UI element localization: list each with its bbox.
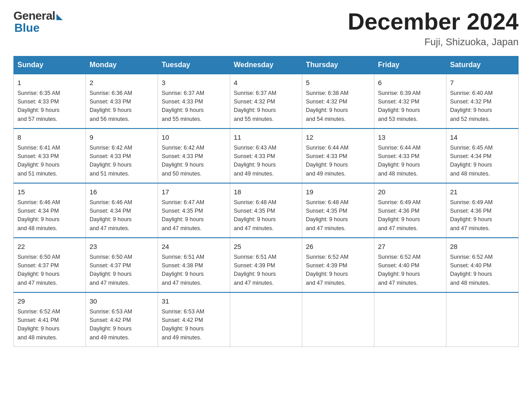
calendar-cell: 17Sunrise: 6:47 AMSunset: 4:35 PMDayligh… (158, 183, 230, 238)
day-number: 28 (450, 242, 515, 252)
calendar-cell: 27Sunrise: 6:52 AMSunset: 4:40 PMDayligh… (374, 238, 446, 292)
calendar-cell: 13Sunrise: 6:44 AMSunset: 4:33 PMDayligh… (374, 128, 446, 183)
day-info: Sunrise: 6:51 AMSunset: 4:39 PMDaylight:… (234, 253, 298, 288)
day-number: 3 (162, 78, 226, 88)
day-number: 26 (306, 242, 370, 252)
calendar-week-row: 15Sunrise: 6:46 AMSunset: 4:34 PMDayligh… (14, 183, 519, 238)
day-info: Sunrise: 6:47 AMSunset: 4:35 PMDaylight:… (162, 198, 226, 233)
day-number: 21 (450, 187, 515, 197)
weekday-header-sunday: Sunday (14, 56, 86, 74)
day-number: 29 (17, 296, 82, 307)
weekday-header-monday: Monday (86, 56, 158, 74)
calendar-week-row: 29Sunrise: 6:52 AMSunset: 4:41 PMDayligh… (14, 292, 519, 347)
day-info: Sunrise: 6:37 AMSunset: 4:33 PMDaylight:… (162, 89, 226, 124)
day-info: Sunrise: 6:37 AMSunset: 4:32 PMDaylight:… (234, 89, 298, 124)
weekday-header-thursday: Thursday (302, 56, 374, 74)
day-info: Sunrise: 6:49 AMSunset: 4:36 PMDaylight:… (450, 198, 515, 233)
day-info: Sunrise: 6:52 AMSunset: 4:40 PMDaylight:… (450, 253, 515, 288)
title-block: December 2024 Fuji, Shizuoka, Japan (348, 9, 519, 48)
day-number: 18 (234, 187, 298, 197)
calendar-cell (302, 292, 374, 347)
logo-triangle-icon (56, 14, 63, 20)
day-info: Sunrise: 6:46 AMSunset: 4:34 PMDaylight:… (90, 198, 154, 233)
calendar-cell: 22Sunrise: 6:50 AMSunset: 4:37 PMDayligh… (14, 238, 86, 292)
calendar-cell: 19Sunrise: 6:48 AMSunset: 4:35 PMDayligh… (302, 183, 374, 238)
day-info: Sunrise: 6:49 AMSunset: 4:36 PMDaylight:… (378, 198, 442, 233)
day-info: Sunrise: 6:44 AMSunset: 4:33 PMDaylight:… (378, 144, 442, 179)
calendar-cell: 8Sunrise: 6:41 AMSunset: 4:33 PMDaylight… (14, 128, 86, 183)
calendar-cell: 4Sunrise: 6:37 AMSunset: 4:32 PMDaylight… (230, 74, 302, 128)
calendar-cell: 1Sunrise: 6:35 AMSunset: 4:33 PMDaylight… (14, 74, 86, 128)
weekday-header-friday: Friday (374, 56, 446, 74)
day-number: 1 (17, 78, 82, 88)
calendar-cell: 5Sunrise: 6:38 AMSunset: 4:32 PMDaylight… (302, 74, 374, 128)
day-info: Sunrise: 6:52 AMSunset: 4:39 PMDaylight:… (306, 253, 370, 288)
day-number: 31 (162, 296, 226, 307)
day-number: 16 (90, 187, 154, 197)
weekday-header-tuesday: Tuesday (158, 56, 230, 74)
calendar-cell (374, 292, 446, 347)
calendar-cell: 11Sunrise: 6:43 AMSunset: 4:33 PMDayligh… (230, 128, 302, 183)
calendar-cell: 3Sunrise: 6:37 AMSunset: 4:33 PMDaylight… (158, 74, 230, 128)
day-info: Sunrise: 6:38 AMSunset: 4:32 PMDaylight:… (306, 89, 370, 124)
day-number: 13 (378, 133, 442, 143)
day-info: Sunrise: 6:46 AMSunset: 4:34 PMDaylight:… (17, 198, 82, 233)
day-number: 4 (234, 78, 298, 88)
day-info: Sunrise: 6:48 AMSunset: 4:35 PMDaylight:… (306, 198, 370, 233)
day-info: Sunrise: 6:53 AMSunset: 4:42 PMDaylight:… (162, 308, 226, 342)
day-number: 14 (450, 133, 515, 143)
month-title: December 2024 (348, 9, 519, 34)
day-number: 22 (17, 242, 82, 252)
logo: General Blue (13, 9, 63, 35)
calendar-cell: 7Sunrise: 6:40 AMSunset: 4:32 PMDaylight… (446, 74, 519, 128)
day-number: 23 (90, 242, 154, 252)
calendar-cell: 25Sunrise: 6:51 AMSunset: 4:39 PMDayligh… (230, 238, 302, 292)
day-info: Sunrise: 6:42 AMSunset: 4:33 PMDaylight:… (162, 144, 226, 179)
weekday-header-row: SundayMondayTuesdayWednesdayThursdayFrid… (14, 56, 519, 74)
calendar-cell: 23Sunrise: 6:50 AMSunset: 4:37 PMDayligh… (86, 238, 158, 292)
day-number: 12 (306, 133, 370, 143)
calendar-week-row: 22Sunrise: 6:50 AMSunset: 4:37 PMDayligh… (14, 238, 519, 292)
day-info: Sunrise: 6:39 AMSunset: 4:32 PMDaylight:… (378, 89, 442, 124)
day-info: Sunrise: 6:45 AMSunset: 4:34 PMDaylight:… (450, 144, 515, 179)
day-info: Sunrise: 6:50 AMSunset: 4:37 PMDaylight:… (90, 253, 154, 288)
calendar-week-row: 1Sunrise: 6:35 AMSunset: 4:33 PMDaylight… (14, 74, 519, 128)
day-number: 19 (306, 187, 370, 197)
day-info: Sunrise: 6:48 AMSunset: 4:35 PMDaylight:… (234, 198, 298, 233)
calendar-cell: 18Sunrise: 6:48 AMSunset: 4:35 PMDayligh… (230, 183, 302, 238)
day-info: Sunrise: 6:35 AMSunset: 4:33 PMDaylight:… (17, 89, 82, 124)
calendar-cell: 30Sunrise: 6:53 AMSunset: 4:42 PMDayligh… (86, 292, 158, 347)
day-info: Sunrise: 6:42 AMSunset: 4:33 PMDaylight:… (90, 144, 154, 179)
weekday-header-wednesday: Wednesday (230, 56, 302, 74)
page-header: General Blue December 2024 Fuji, Shizuok… (13, 9, 519, 48)
calendar-cell: 26Sunrise: 6:52 AMSunset: 4:39 PMDayligh… (302, 238, 374, 292)
calendar-cell: 6Sunrise: 6:39 AMSunset: 4:32 PMDaylight… (374, 74, 446, 128)
calendar-cell: 14Sunrise: 6:45 AMSunset: 4:34 PMDayligh… (446, 128, 519, 183)
calendar-cell (446, 292, 519, 347)
calendar-cell: 21Sunrise: 6:49 AMSunset: 4:36 PMDayligh… (446, 183, 519, 238)
day-info: Sunrise: 6:51 AMSunset: 4:38 PMDaylight:… (162, 253, 226, 288)
day-number: 2 (90, 78, 154, 88)
day-info: Sunrise: 6:52 AMSunset: 4:40 PMDaylight:… (378, 253, 442, 288)
day-number: 25 (234, 242, 298, 252)
day-info: Sunrise: 6:43 AMSunset: 4:33 PMDaylight:… (234, 144, 298, 179)
day-number: 9 (90, 133, 154, 143)
day-info: Sunrise: 6:44 AMSunset: 4:33 PMDaylight:… (306, 144, 370, 179)
day-info: Sunrise: 6:53 AMSunset: 4:42 PMDaylight:… (90, 308, 154, 342)
calendar-cell: 31Sunrise: 6:53 AMSunset: 4:42 PMDayligh… (158, 292, 230, 347)
day-number: 20 (378, 187, 442, 197)
calendar-cell (230, 292, 302, 347)
calendar-cell: 12Sunrise: 6:44 AMSunset: 4:33 PMDayligh… (302, 128, 374, 183)
calendar-week-row: 8Sunrise: 6:41 AMSunset: 4:33 PMDaylight… (14, 128, 519, 183)
day-number: 11 (234, 133, 298, 143)
day-info: Sunrise: 6:40 AMSunset: 4:32 PMDaylight:… (450, 89, 515, 124)
calendar-cell: 2Sunrise: 6:36 AMSunset: 4:33 PMDaylight… (86, 74, 158, 128)
day-number: 15 (17, 187, 82, 197)
day-info: Sunrise: 6:50 AMSunset: 4:37 PMDaylight:… (17, 253, 82, 288)
calendar-table: SundayMondayTuesdayWednesdayThursdayFrid… (13, 56, 519, 347)
calendar-cell: 16Sunrise: 6:46 AMSunset: 4:34 PMDayligh… (86, 183, 158, 238)
day-info: Sunrise: 6:41 AMSunset: 4:33 PMDaylight:… (17, 144, 82, 179)
calendar-cell: 24Sunrise: 6:51 AMSunset: 4:38 PMDayligh… (158, 238, 230, 292)
calendar-cell: 10Sunrise: 6:42 AMSunset: 4:33 PMDayligh… (158, 128, 230, 183)
day-number: 30 (90, 296, 154, 307)
